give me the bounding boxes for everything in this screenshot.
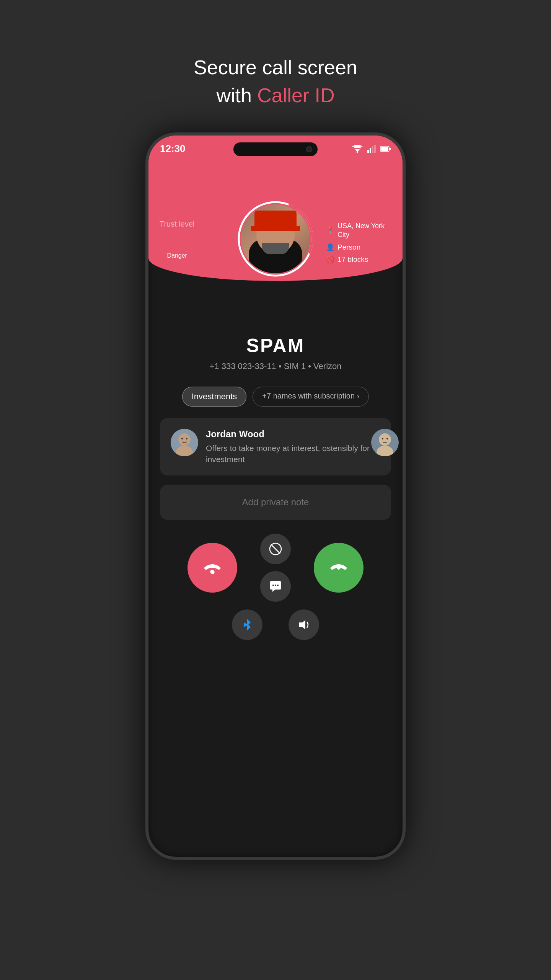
caller-section: SPAM +1 333 023-33-11 • SIM 1 • Verizon [148, 335, 403, 371]
phone-mockup: 12:30 [145, 132, 406, 860]
svg-rect-5 [374, 145, 376, 153]
svg-point-24 [272, 585, 274, 586]
reviewer-name: Jordan Wood [206, 429, 380, 439]
svg-point-25 [275, 585, 276, 586]
title-highlight: Caller ID [257, 84, 334, 106]
category-tag[interactable]: Investments [182, 387, 247, 407]
phone-content: Trust level 2.17 Danger [148, 136, 403, 857]
block-button[interactable] [260, 534, 291, 564]
review-content: Jordan Wood Offers to take money at inte… [206, 429, 380, 465]
svg-point-12 [178, 433, 191, 446]
svg-rect-2 [367, 150, 369, 153]
middle-buttons [260, 534, 291, 602]
svg-point-15 [186, 438, 187, 439]
battery-icon [380, 145, 391, 152]
title-line1: Secure call screen [194, 56, 357, 78]
svg-rect-3 [370, 148, 371, 153]
main-action-row [164, 534, 387, 602]
svg-point-26 [277, 585, 279, 586]
action-buttons [148, 534, 403, 640]
svg-rect-7 [389, 148, 391, 150]
review-text: Offers to take money at interest, ostens… [206, 443, 380, 465]
message-icon [269, 580, 282, 593]
svg-marker-28 [299, 620, 305, 629]
location-text: USA, New York City [337, 222, 391, 240]
type-text: Person [337, 243, 360, 252]
avatar-ring-svg [236, 200, 315, 278]
reviewer-avatar-2 [371, 429, 399, 456]
review-card: Jordan Wood Offers to take money at inte… [160, 418, 391, 476]
trust-badge: Danger [161, 251, 192, 261]
info-type: 👤 Person [326, 243, 391, 252]
svg-rect-27 [337, 564, 341, 570]
location-icon: 📍 [326, 226, 334, 235]
camera-dot [306, 146, 312, 152]
secondary-action-row [164, 609, 387, 640]
block-icon-btn [269, 542, 282, 556]
blocks-text: 17 blocks [337, 255, 368, 264]
info-location: 📍 USA, New York City [326, 222, 391, 240]
svg-line-23 [271, 544, 280, 554]
decline-icon [202, 557, 223, 578]
accept-icon [328, 557, 349, 578]
bluetooth-icon [241, 618, 253, 632]
reviewer-avatar [171, 429, 198, 456]
private-note[interactable]: Add private note [160, 485, 391, 520]
svg-rect-8 [381, 147, 388, 151]
page-title: Secure call screen with Caller ID [194, 54, 357, 109]
status-time: 12:30 [160, 143, 186, 155]
subscription-tag[interactable]: +7 names with subscription › [253, 387, 369, 407]
trust-panel: Trust level 2.17 Danger [159, 220, 195, 261]
phone-notch [233, 142, 318, 156]
person-icon: 👤 [326, 243, 334, 252]
block-icon: 🚫 [326, 255, 334, 264]
private-note-text: Add private note [242, 497, 309, 507]
svg-point-20 [386, 438, 388, 439]
svg-rect-4 [372, 146, 373, 153]
reviewer-avatar-img [171, 429, 198, 456]
accept-button[interactable] [314, 543, 364, 593]
svg-point-1 [357, 152, 358, 153]
caller-avatar [241, 204, 310, 273]
reviewer-face [171, 429, 198, 456]
message-button[interactable] [260, 571, 291, 602]
volume-button[interactable] [289, 609, 319, 640]
signal-icon [367, 145, 376, 153]
svg-rect-21 [209, 569, 215, 575]
side-button [403, 289, 406, 319]
volume-icon [297, 618, 311, 632]
reviewer-face-2 [371, 429, 399, 456]
wifi-icon [352, 145, 363, 153]
caller-name: SPAM [164, 335, 387, 357]
svg-point-17 [379, 433, 391, 446]
info-blocks: 🚫 17 blocks [326, 255, 391, 264]
svg-point-14 [181, 438, 183, 439]
trust-label: Trust level [159, 220, 195, 229]
info-panel: 📍 USA, New York City 👤 Person 🚫 17 block… [326, 222, 391, 264]
caller-number: +1 333 023-33-11 • SIM 1 • Verizon [164, 361, 387, 371]
svg-point-19 [382, 438, 383, 439]
decline-button[interactable] [187, 543, 237, 593]
bluetooth-button[interactable] [232, 609, 262, 640]
title-line2-prefix: with [216, 84, 257, 106]
status-icons [352, 145, 391, 153]
tags-row: Investments +7 names with subscription › [171, 387, 381, 407]
trust-value: 2.17 [159, 230, 195, 248]
